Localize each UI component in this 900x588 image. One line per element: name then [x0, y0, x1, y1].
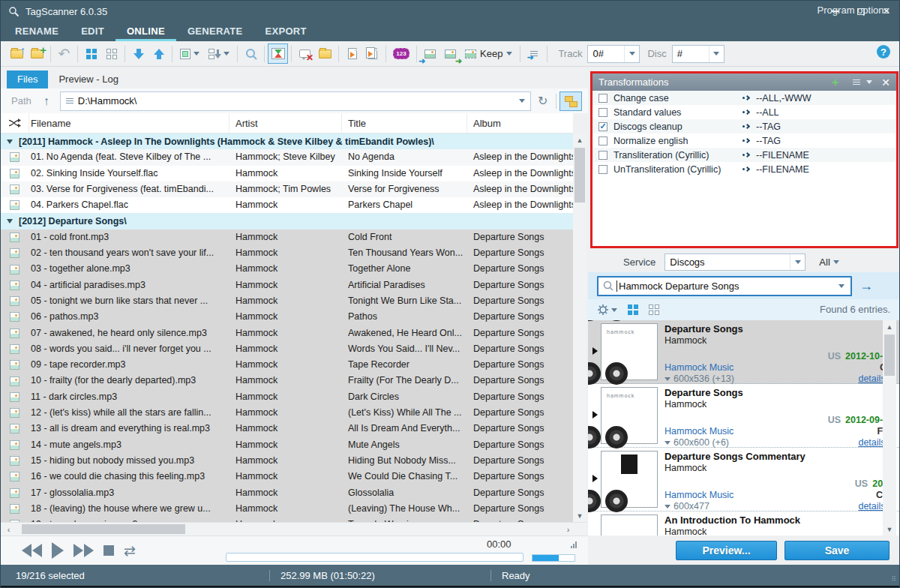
path-combo[interactable]: D:\Hammock\ — [60, 92, 531, 111]
move-down-button[interactable] — [128, 44, 148, 64]
file-row[interactable]: 16 - we could die chasing this feeling.m… — [1, 469, 573, 484]
result-entry[interactable]: An Introduction To Hammock Hammock — [588, 512, 900, 536]
next-button[interactable] — [74, 544, 94, 557]
add-transformation-button[interactable]: + — [832, 76, 838, 89]
file-row[interactable]: 17 - glossolalia.mp3 Hammock Glossolalia… — [1, 485, 573, 501]
undo-button[interactable]: ↶ — [54, 44, 74, 64]
tab-preview-log[interactable]: Preview - Log — [48, 70, 128, 88]
online-lookup-button[interactable] — [268, 44, 288, 64]
menu-item[interactable]: EXPORT — [254, 22, 318, 41]
transformation-row[interactable]: Change case --ALL,-WWW — [592, 91, 896, 105]
file-row[interactable]: 14 - mute angels.mp3 Hammock Mute Angels… — [1, 437, 573, 453]
transformation-checkbox[interactable] — [598, 94, 608, 103]
close-panel-button[interactable]: ✕ — [881, 76, 890, 88]
file-list-scrollbar[interactable]: ▲ ▼ — [573, 134, 586, 522]
column-header-album[interactable]: Album — [467, 113, 573, 133]
transformations-menu-button[interactable] — [848, 80, 872, 85]
folder-up-button[interactable]: ↑ — [44, 94, 50, 108]
menu-item[interactable]: ONLINE — [116, 22, 176, 41]
search-input[interactable]: Hammock Departure Songs — [597, 276, 852, 296]
add-folder-button[interactable]: + — [27, 44, 47, 64]
column-header-title[interactable]: Title — [342, 113, 467, 133]
previous-button[interactable] — [22, 544, 42, 557]
open-folder-button[interactable]: ↑ — [7, 44, 27, 64]
save-button[interactable]: Save — [784, 541, 890, 560]
remove-tag-button[interactable]: ✕ — [295, 44, 315, 64]
file-row[interactable]: 02 - ten thousand years won't save your … — [1, 245, 573, 261]
result-label-link[interactable]: Hammock Music — [664, 426, 734, 436]
settings-dropdown[interactable] — [597, 304, 617, 316]
file-row[interactable]: 05 - tonight we burn like stars that nev… — [1, 293, 573, 309]
column-header-artist[interactable]: Artist — [230, 113, 342, 133]
list-view-button[interactable] — [628, 304, 638, 315]
file-row[interactable]: 07 - awakened, he heard only silence.mp3… — [1, 326, 573, 341]
save-tags-button[interactable] — [81, 44, 101, 64]
transformation-checkbox[interactable] — [598, 108, 608, 117]
result-art-size[interactable]: 600x477 — [664, 501, 710, 512]
volume-slider[interactable] — [532, 554, 575, 562]
transformation-row[interactable]: Standard values --ALL — [592, 105, 896, 119]
file-row[interactable]: 03 - together alone.mp3 Hammock Together… — [1, 261, 573, 277]
file-list-hscrollbar[interactable]: ‹ › — [1, 522, 586, 536]
sort-menu-button[interactable] — [204, 44, 234, 64]
scrollbar-thumb[interactable] — [574, 148, 585, 202]
folder-button[interactable] — [315, 44, 335, 64]
seek-bar[interactable] — [226, 553, 524, 562]
result-entry[interactable]: hammock Departure Songs Hammock US2012-1… — [588, 320, 900, 384]
transformation-checkbox[interactable] — [598, 165, 608, 174]
keep-cover-dropdown[interactable]: Keep — [460, 44, 517, 64]
result-label-link[interactable]: Hammock Music — [664, 362, 734, 373]
result-entry[interactable]: Departure Songs Commentary Hammock US201… — [588, 448, 900, 512]
menu-item[interactable]: RENAME — [4, 22, 70, 41]
hscrollbar-thumb[interactable] — [22, 524, 185, 534]
transformation-row[interactable]: Transliteration (Cyrillic) --FILENAME — [592, 148, 896, 162]
play-button[interactable] — [52, 542, 64, 559]
scroll-left-arrow[interactable]: ‹ — [2, 523, 15, 536]
file-row[interactable]: 08 - words you said... i'll never forget… — [1, 341, 573, 357]
disc-format-combo[interactable]: # — [672, 45, 724, 63]
search-go-button[interactable]: → — [860, 278, 873, 294]
refresh-button[interactable]: ↻ — [533, 92, 553, 111]
shuffle-column-header[interactable] — [1, 113, 29, 133]
group-header-2012[interactable]: [2012] Departure Songs\ — [1, 213, 573, 229]
file-row[interactable]: 11 - dark circles.mp3 Hammock Dark Circl… — [1, 389, 573, 405]
copy-file-button[interactable] — [362, 44, 382, 64]
file-row[interactable]: 04. Parkers Chapel.flac Hammock Parkers … — [1, 197, 573, 213]
file-row[interactable]: 06 - pathos.mp3 Hammock Pathos Departure… — [1, 309, 573, 325]
chevron-down-icon[interactable] — [838, 284, 844, 288]
file-row[interactable]: 18 - (leaving) the house where we grew u… — [1, 501, 573, 517]
import-cover-button[interactable]: ➜ — [420, 44, 440, 64]
select-menu-button[interactable] — [176, 44, 204, 64]
play-file-button[interactable] — [342, 44, 362, 64]
group-header-2011[interactable]: [2011] Hammock - Asleep In The Downlight… — [1, 134, 573, 149]
file-row[interactable]: 10 - frailty (for the dearly departed).m… — [1, 373, 573, 388]
preview-button[interactable]: Preview... — [676, 541, 777, 560]
tab-files[interactable]: Files — [7, 70, 48, 88]
resize-grip[interactable]: ⠿ — [891, 575, 896, 583]
transformation-checkbox[interactable] — [598, 151, 608, 160]
search-button[interactable] — [241, 44, 261, 64]
result-label-link[interactable]: Hammock Music — [664, 490, 734, 500]
result-art-size[interactable]: 600x536 (+13) — [664, 374, 734, 384]
scroll-down-arrow[interactable]: ▼ — [573, 509, 586, 522]
file-row[interactable]: 15 - hiding but nobody missed you.mp3 Ha… — [1, 453, 573, 469]
transformation-row[interactable]: UnTransliteration (Cyrillic) --FILENAME — [592, 162, 896, 176]
scroll-down-arrow[interactable]: ▼ — [883, 523, 896, 536]
file-row[interactable]: 19 - tornado warning.mp3 Hammock Tornado… — [1, 517, 573, 522]
file-row[interactable]: 03. Verse for Forgiveness (feat. timEban… — [1, 182, 573, 197]
result-art-size[interactable]: 600x600 (+6) — [664, 437, 729, 448]
scroll-up-arrow[interactable]: ▲ — [883, 320, 896, 333]
help-button[interactable]: ? — [877, 45, 890, 58]
browse-folders-toggle[interactable] — [560, 92, 582, 111]
file-row[interactable]: 04 - artificial paradises.mp3 Hammock Ar… — [1, 278, 573, 293]
filter-dropdown[interactable]: All — [819, 256, 838, 268]
clear-tags-button[interactable] — [101, 44, 122, 64]
result-entry[interactable]: hammock Departure Songs Hammock US2012-0… — [588, 384, 900, 448]
thumb-view-button[interactable] — [649, 304, 659, 315]
track-format-combo[interactable]: 0# — [587, 45, 640, 63]
export-list-button[interactable]: ➜ — [524, 44, 544, 64]
scroll-right-arrow[interactable]: › — [562, 523, 574, 536]
menu-item[interactable]: GENERATE — [176, 22, 254, 41]
file-row[interactable]: 01. No Agenda (feat. Steve Kilbey of The… — [1, 149, 573, 165]
results-scrollbar[interactable]: ▲ ▼ — [883, 320, 896, 536]
